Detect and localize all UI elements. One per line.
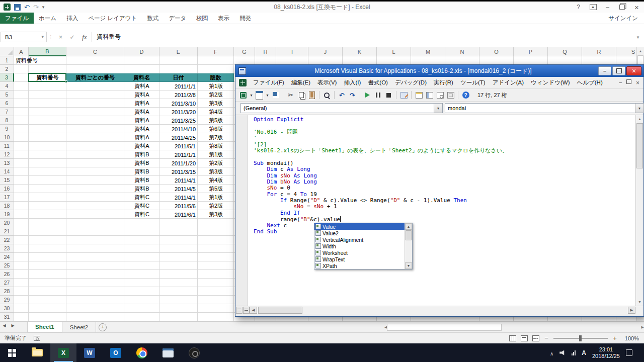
column-header-K[interactable]: K: [343, 47, 377, 56]
save-icon[interactable]: [271, 91, 280, 100]
intellisense-scroll-thumb[interactable]: [406, 230, 412, 240]
column-header-E[interactable]: E: [159, 47, 198, 56]
code-line[interactable]: [254, 123, 635, 129]
cell-E8[interactable]: 2011/3/25: [159, 116, 198, 125]
intellisense-scroll-up-icon[interactable]: [405, 223, 412, 230]
procedure-dropdown[interactable]: mondai: [445, 103, 644, 113]
cell-D13[interactable]: 資料B: [124, 159, 159, 167]
row-header-11[interactable]: 11: [0, 142, 14, 150]
row-header-22[interactable]: 22: [0, 236, 14, 244]
ribbon-tab-home[interactable]: ホーム: [34, 13, 61, 24]
row-header-23[interactable]: 23: [0, 244, 14, 253]
insert-userform-dropdown-icon[interactable]: [265, 93, 270, 98]
sheet-tab-sheet1[interactable]: Sheet1: [27, 322, 62, 332]
column-header-N[interactable]: N: [445, 47, 479, 56]
column-header-J[interactable]: J: [308, 47, 343, 56]
taskbar-clock[interactable]: 23:01 2018/12/25: [592, 346, 620, 359]
properties-window-icon[interactable]: [425, 91, 434, 100]
reset-icon[interactable]: [384, 91, 393, 100]
code-scroll-left-icon[interactable]: [250, 307, 257, 314]
code-scroll-track[interactable]: [636, 169, 643, 298]
ribbon-tab-file[interactable]: ファイル: [0, 13, 34, 24]
code-line[interactable]: ': [254, 135, 635, 141]
intellisense-item[interactable]: WrapText: [314, 256, 405, 262]
cell-F4[interactable]: 第1版: [198, 82, 234, 90]
row-header-5[interactable]: 5: [0, 90, 14, 99]
view-excel-icon[interactable]: [238, 91, 248, 100]
child-minimize-icon[interactable]: [619, 79, 622, 86]
procedure-dropdown-icon[interactable]: [635, 104, 643, 113]
column-header-M[interactable]: M: [411, 47, 445, 56]
taskbar-app-app7[interactable]: [181, 343, 207, 362]
cell-F17[interactable]: 第1版: [198, 193, 234, 202]
intellisense-item[interactable]: VerticalAlignment: [314, 236, 405, 243]
code-scroll-thumb[interactable]: [636, 123, 643, 168]
cell-F18[interactable]: 第2版: [198, 202, 234, 210]
intellisense-item[interactable]: Value2: [314, 230, 405, 236]
cell-F11[interactable]: 第8版: [198, 142, 234, 150]
cell-D10[interactable]: 資料A: [124, 133, 159, 142]
cell-F12[interactable]: 第1版: [198, 150, 234, 159]
intellisense-scroll-down-icon[interactable]: [405, 262, 412, 269]
intellisense-scrollbar[interactable]: [405, 223, 412, 269]
code-line[interactable]: Sub mondai(): [254, 160, 635, 166]
cell-F15[interactable]: 第4版: [198, 176, 234, 185]
cell-E10[interactable]: 2011/4/25: [159, 133, 198, 142]
object-dropdown-icon[interactable]: [434, 104, 442, 113]
child-close-icon[interactable]: [636, 79, 639, 86]
row-header-12[interactable]: 12: [0, 150, 14, 159]
column-header-O[interactable]: O: [479, 47, 514, 56]
code-margin-bar[interactable]: [235, 115, 248, 306]
project-explorer-icon[interactable]: [414, 91, 424, 100]
cell-E17[interactable]: 2011/4/1: [159, 193, 198, 202]
cell-E19[interactable]: 2011/6/1: [159, 210, 198, 219]
row-header-9[interactable]: 9: [0, 125, 14, 133]
row-header-19[interactable]: 19: [0, 210, 14, 219]
column-header-F[interactable]: F: [198, 47, 234, 56]
cell-D4[interactable]: 資料A: [124, 82, 159, 90]
vba-menu-view[interactable]: 表示(V): [314, 77, 340, 88]
cut-icon[interactable]: [286, 91, 295, 100]
cell-D18[interactable]: 資料C: [124, 202, 159, 210]
ribbon-display-options-icon[interactable]: [586, 2, 600, 13]
taskbar-app-word[interactable]: [76, 343, 103, 362]
code-line[interactable]: Dim bNo As Long: [254, 179, 635, 185]
row-header-27[interactable]: 27: [0, 279, 14, 287]
cell-E4[interactable]: 2011/1/1: [159, 82, 198, 90]
code-line[interactable]: 'ks016-2.xlsのシート「Sheet1」の表を、シート「Sheet2」の…: [254, 148, 635, 154]
row-header-24[interactable]: 24: [0, 253, 14, 261]
row-header-10[interactable]: 10: [0, 133, 14, 142]
taskbar-app-chrome[interactable]: [129, 343, 155, 362]
page-layout-view-icon[interactable]: [521, 335, 528, 341]
ribbon-tab-developer[interactable]: 開発: [234, 13, 256, 24]
vba-maximize-icon[interactable]: [612, 66, 625, 75]
code-line[interactable]: Option Explicit: [254, 117, 635, 123]
row-header-16[interactable]: 16: [0, 185, 14, 193]
volume-icon[interactable]: [559, 350, 566, 355]
help-icon[interactable]: [461, 91, 470, 100]
code-line[interactable]: End Sub: [254, 229, 635, 235]
zoom-in-icon[interactable]: +: [612, 334, 617, 342]
intellisense-item[interactable]: XPath: [314, 262, 405, 269]
column-header-L[interactable]: L: [377, 47, 411, 56]
vba-menu-format[interactable]: 書式(O): [364, 77, 391, 88]
column-header-A[interactable]: A: [14, 47, 29, 56]
procedure-view-icon[interactable]: [243, 307, 250, 314]
full-module-view-icon[interactable]: [236, 307, 243, 314]
cell-F5[interactable]: 第2版: [198, 90, 234, 99]
cell-D17[interactable]: 資料C: [124, 193, 159, 202]
cell-D15[interactable]: 資料B: [124, 176, 159, 185]
object-dropdown[interactable]: (General): [240, 103, 443, 113]
cell-D8[interactable]: 資料A: [124, 116, 159, 125]
column-header-Q[interactable]: Q: [548, 47, 582, 56]
horizontal-scroll-thumb[interactable]: [387, 324, 502, 331]
code-line[interactable]: range("B"&c).value: [254, 216, 635, 222]
action-center-icon[interactable]: [626, 349, 632, 356]
normal-view-icon[interactable]: [509, 335, 516, 341]
object-browser-icon[interactable]: [435, 91, 445, 100]
cell-D3[interactable]: 資料名: [124, 73, 159, 82]
restore-icon[interactable]: [615, 2, 629, 13]
insert-userform-icon[interactable]: [255, 91, 264, 100]
row-header-28[interactable]: 28: [0, 287, 14, 296]
ribbon-tab-insert[interactable]: 挿入: [61, 13, 83, 24]
